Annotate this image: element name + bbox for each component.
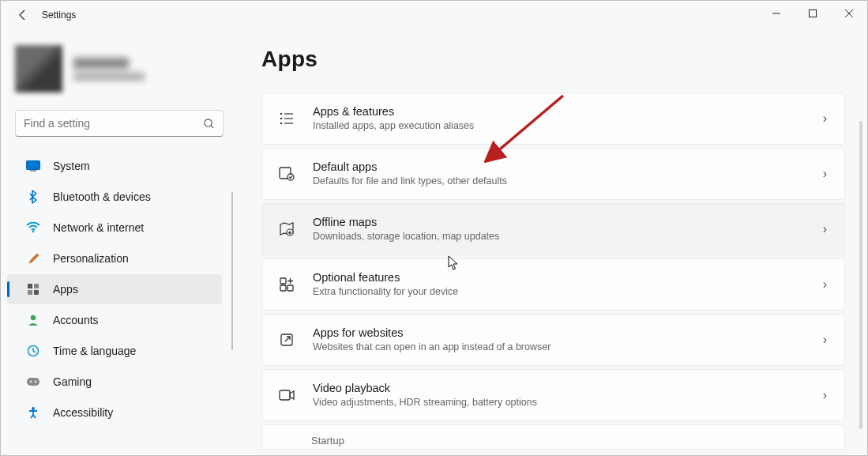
svg-point-13 bbox=[31, 315, 36, 320]
card-title: Offline maps bbox=[313, 215, 806, 231]
sidebar-item-label: Accessibility bbox=[53, 406, 113, 419]
svg-point-23 bbox=[280, 122, 282, 124]
card-subtitle: Downloads, storage location, map updates bbox=[313, 230, 806, 243]
card-optional-features[interactable]: Optional featuresExtra functionality for… bbox=[261, 258, 845, 311]
card-title: Default apps bbox=[313, 160, 806, 175]
svg-rect-15 bbox=[27, 378, 39, 386]
search-input[interactable] bbox=[24, 117, 203, 130]
default-apps-icon bbox=[278, 165, 295, 183]
profile-info bbox=[73, 58, 145, 81]
page-title: Apps bbox=[261, 47, 845, 72]
sidebar-item-accessibility[interactable]: Accessibility bbox=[7, 398, 222, 428]
card-title: Apps & features bbox=[313, 104, 806, 120]
card-subtitle: Extra functionality for your device bbox=[313, 285, 806, 299]
chevron-right-icon: › bbox=[823, 111, 827, 126]
svg-rect-9 bbox=[28, 284, 32, 288]
account-icon bbox=[26, 313, 40, 327]
wifi-icon bbox=[26, 220, 40, 235]
maximize-button[interactable] bbox=[795, 1, 831, 26]
main-scrollbar[interactable] bbox=[859, 121, 862, 429]
chevron-right-icon: › bbox=[823, 222, 827, 236]
card-apps-features[interactable]: Apps & featuresInstalled apps, app execu… bbox=[261, 92, 845, 145]
sidebar: System Bluetooth & devices Network & int… bbox=[1, 29, 238, 455]
card-subtitle: Video adjustments, HDR streaming, batter… bbox=[313, 396, 806, 409]
search-icon bbox=[203, 118, 215, 130]
back-button[interactable] bbox=[15, 7, 31, 23]
add-feature-icon bbox=[278, 276, 295, 293]
sidebar-item-label: Time & language bbox=[53, 345, 136, 357]
card-default-apps[interactable]: Default appsDefaults for file and link t… bbox=[261, 148, 845, 200]
sidebar-item-accounts[interactable]: Accounts bbox=[7, 305, 222, 335]
sidebar-scrollbar[interactable] bbox=[231, 192, 233, 350]
chevron-right-icon: › bbox=[823, 167, 827, 181]
sidebar-item-label: System bbox=[53, 160, 90, 172]
app-title: Settings bbox=[42, 9, 76, 21]
chevron-right-icon: › bbox=[823, 388, 827, 402]
open-external-icon bbox=[278, 331, 295, 349]
svg-rect-1 bbox=[810, 10, 817, 17]
sidebar-item-label: Network & internet bbox=[53, 221, 144, 234]
svg-rect-6 bbox=[27, 161, 40, 170]
card-title: Optional features bbox=[313, 270, 806, 286]
card-apps-websites[interactable]: Apps for websitesWebsites that can open … bbox=[261, 314, 845, 366]
chevron-right-icon: › bbox=[823, 277, 827, 292]
sidebar-item-label: Gaming bbox=[53, 375, 92, 388]
svg-point-21 bbox=[280, 118, 282, 119]
chevron-right-icon: › bbox=[823, 333, 827, 347]
sidebar-item-label: Personalization bbox=[53, 252, 129, 265]
svg-rect-7 bbox=[30, 170, 36, 171]
card-title: Video playback bbox=[313, 381, 806, 397]
svg-point-19 bbox=[280, 113, 282, 115]
nav-list: System Bluetooth & devices Network & int… bbox=[1, 151, 238, 428]
sidebar-item-gaming[interactable]: Gaming bbox=[7, 367, 222, 397]
svg-rect-28 bbox=[280, 278, 286, 284]
svg-rect-11 bbox=[28, 290, 32, 295]
sidebar-item-system[interactable]: System bbox=[7, 151, 222, 181]
bluetooth-icon bbox=[26, 190, 40, 204]
brush-icon bbox=[26, 251, 40, 266]
svg-line-5 bbox=[211, 126, 213, 128]
card-startup-partial[interactable]: Startup bbox=[261, 424, 845, 450]
card-title: Startup bbox=[311, 435, 344, 447]
user-profile[interactable] bbox=[1, 36, 238, 107]
card-video-playback[interactable]: Video playbackVideo adjustments, HDR str… bbox=[261, 369, 845, 421]
system-icon bbox=[26, 159, 40, 173]
sidebar-item-label: Apps bbox=[53, 283, 78, 296]
svg-point-8 bbox=[32, 231, 35, 233]
titlebar: Settings bbox=[1, 1, 867, 29]
accessibility-icon bbox=[26, 405, 40, 420]
sidebar-item-label: Accounts bbox=[53, 314, 99, 326]
sidebar-item-bluetooth[interactable]: Bluetooth & devices bbox=[7, 182, 222, 212]
card-title: Apps for websites bbox=[313, 326, 806, 341]
sidebar-item-label: Bluetooth & devices bbox=[53, 190, 151, 203]
main-panel: Apps Apps & featuresInstalled apps, app … bbox=[238, 29, 867, 455]
svg-point-18 bbox=[32, 407, 35, 410]
svg-point-17 bbox=[35, 381, 37, 383]
list-icon bbox=[278, 110, 295, 127]
map-icon bbox=[278, 220, 295, 238]
svg-rect-29 bbox=[280, 285, 286, 291]
sidebar-item-apps[interactable]: Apps bbox=[7, 274, 222, 304]
sidebar-item-personalization[interactable]: Personalization bbox=[7, 243, 222, 273]
card-subtitle: Websites that can open in an app instead… bbox=[313, 341, 806, 354]
close-button[interactable] bbox=[831, 1, 867, 26]
svg-rect-30 bbox=[287, 285, 293, 291]
video-icon bbox=[278, 386, 295, 404]
card-offline-maps[interactable]: Offline mapsDownloads, storage location,… bbox=[261, 203, 845, 255]
window-controls bbox=[758, 1, 867, 26]
svg-rect-12 bbox=[34, 290, 39, 295]
card-subtitle: Defaults for file and link types, other … bbox=[313, 175, 806, 188]
svg-rect-10 bbox=[34, 284, 39, 288]
search-box[interactable] bbox=[15, 110, 224, 137]
sidebar-item-time[interactable]: Time & language bbox=[7, 336, 222, 366]
clock-icon bbox=[26, 344, 40, 358]
gamepad-icon bbox=[26, 375, 40, 389]
svg-point-4 bbox=[205, 119, 212, 126]
card-subtitle: Installed apps, app execution aliases bbox=[313, 119, 806, 133]
svg-point-16 bbox=[30, 381, 32, 383]
minimize-button[interactable] bbox=[758, 1, 795, 26]
apps-icon bbox=[26, 282, 40, 296]
svg-rect-32 bbox=[280, 390, 290, 400]
avatar bbox=[15, 45, 62, 92]
sidebar-item-network[interactable]: Network & internet bbox=[7, 213, 222, 243]
